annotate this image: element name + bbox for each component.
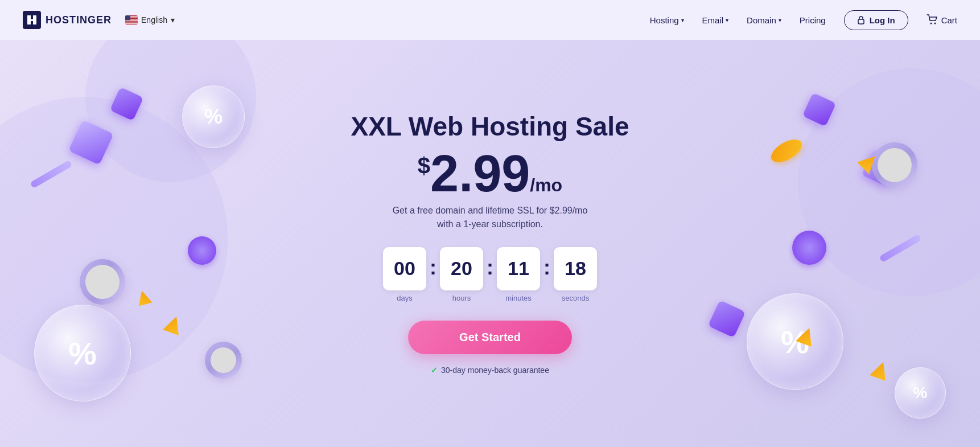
price-period: /mo [530, 175, 562, 195]
email-chevron-icon: ▾ [726, 17, 728, 23]
logo-icon [23, 11, 41, 29]
seconds-box: 18 [554, 247, 597, 290]
hero-title: XXL Web Hosting Sale [351, 112, 629, 141]
hero-subtitle: Get a free domain and lifetime SSL for $… [351, 204, 629, 231]
countdown-hours: 20 hours [440, 247, 483, 302]
colon-2: : [487, 257, 493, 278]
navbar: HOSTINGER English ▾ Hosting ▾ Email ▾ Do… [0, 0, 980, 40]
logo[interactable]: HOSTINGER [23, 11, 112, 29]
cart-icon [927, 14, 938, 26]
hero-price: $2.99/mo [351, 148, 629, 199]
language-selector[interactable]: English ▾ [125, 15, 175, 24]
flag-icon [125, 15, 138, 24]
minutes-label: minutes [505, 294, 532, 302]
nav-pricing[interactable]: Pricing [800, 15, 826, 25]
svg-rect-8 [125, 15, 130, 20]
nav-domain[interactable]: Domain ▾ [747, 15, 781, 25]
get-started-button[interactable]: Get Started [408, 321, 572, 354]
cube-bottom-right [708, 300, 746, 338]
percent-sphere-right: % [747, 293, 843, 390]
svg-rect-6 [125, 22, 138, 22]
nav-hosting[interactable]: Hosting ▾ [650, 15, 684, 25]
login-button[interactable]: Log In [844, 10, 908, 30]
hours-box: 20 [440, 247, 483, 290]
nav-email[interactable]: Email ▾ [702, 15, 729, 25]
countdown-timer: 00 days : 20 hours : 11 minutes : 18 sec… [351, 247, 629, 302]
colon-1: : [430, 257, 437, 278]
percent-sphere-bottom-right: % [895, 367, 946, 419]
nav-right: Hosting ▾ Email ▾ Domain ▾ Pricing Log I… [650, 10, 957, 30]
countdown-days: 00 days [383, 247, 426, 302]
lock-icon [857, 15, 865, 24]
colon-3: : [543, 257, 550, 278]
hero-content: XXL Web Hosting Sale $2.99/mo Get a free… [351, 112, 629, 375]
hero-section: % % % % XXL Web Hosting Sale $2.99/mo Ge… [0, 40, 980, 447]
gem-right-2 [870, 359, 891, 381]
days-label: days [397, 294, 412, 302]
countdown-minutes: 11 minutes [497, 247, 540, 302]
lang-chevron-icon: ▾ [171, 15, 175, 24]
gem-right-1 [796, 325, 817, 347]
svg-rect-9 [858, 19, 864, 24]
minutes-box: 11 [497, 247, 540, 290]
svg-rect-5 [125, 20, 138, 21]
svg-point-11 [934, 23, 936, 24]
guarantee-check-icon: ✓ [431, 366, 438, 375]
svg-rect-7 [125, 23, 138, 24]
guarantee-text: ✓ 30-day money-back guarantee [351, 366, 629, 375]
countdown-seconds: 18 seconds [554, 247, 597, 302]
hosting-chevron-icon: ▾ [681, 17, 684, 23]
cart-button[interactable]: Cart [927, 14, 957, 26]
hours-label: hours [452, 294, 471, 302]
domain-chevron-icon: ▾ [779, 17, 781, 23]
seconds-label: seconds [562, 294, 589, 302]
ring-left-2 [201, 338, 246, 383]
svg-point-10 [930, 23, 932, 24]
lang-label: English [141, 15, 167, 24]
bg-decoration-2 [798, 68, 980, 296]
days-box: 00 [383, 247, 426, 290]
